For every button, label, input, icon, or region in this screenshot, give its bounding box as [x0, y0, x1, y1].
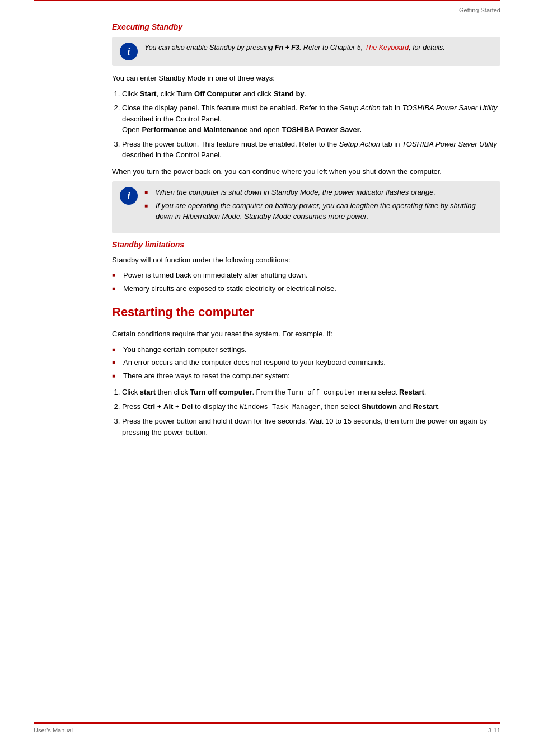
footer: User's Manual 3-11 — [0, 724, 534, 734]
restart-step-1: Click start then click Turn off computer… — [122, 387, 500, 398]
standby-step-1: Click Start, click Turn Off Computer and… — [122, 88, 500, 100]
info-after-text: . Refer to Chapter 5, — [299, 44, 365, 51]
info-note-text: You can also enable Standby by pressing — [144, 44, 275, 51]
info-icon: i — [120, 43, 138, 60]
keyboard-link[interactable]: The Keyboard — [365, 44, 409, 51]
header-label: Getting Started — [0, 4, 534, 18]
footer-left: User's Manual — [34, 727, 73, 734]
standby-limitations-title: Standby limitations — [112, 240, 500, 249]
info-box-notes-content: When the computer is shut down in Standb… — [144, 187, 493, 228]
info-box-text: You can also enable Standby by pressing … — [144, 43, 445, 53]
info-note-item-2: If you are operating the computer on bat… — [144, 200, 493, 222]
standby-intro: You can enter Standby Mode in one of thr… — [112, 73, 500, 84]
limitation-item-1: Power is turned back on immediately afte… — [112, 270, 500, 281]
restart-bullet-2: An error occurs and the computer does no… — [112, 357, 500, 368]
restarting-title: Restarting the computer — [112, 305, 500, 320]
restart-step-2: Press Ctrl + Alt + Del to display the Wi… — [122, 401, 500, 412]
info-box-keyboard: i You can also enable Standby by pressin… — [112, 37, 500, 66]
limitation-item-2: Memory circuits are exposed to static el… — [112, 283, 500, 294]
header-divider — [34, 0, 500, 4]
info-end-text: , for details. — [409, 44, 445, 51]
restart-steps: Click start then click Turn off computer… — [122, 387, 500, 438]
header-text: Getting Started — [459, 7, 500, 13]
standby-after-steps: When you turn the power back on, you can… — [112, 166, 500, 177]
standby-limitations-list: Power is turned back on immediately afte… — [112, 270, 500, 294]
standby-limitations-intro: Standby will not function under the foll… — [112, 255, 500, 266]
standby-step-2: Close the display panel. This feature mu… — [122, 102, 500, 135]
info-icon-2: i — [120, 187, 138, 205]
footer-right: 3-11 — [488, 727, 500, 734]
executing-standby-title: Executing Standby — [112, 22, 500, 31]
info-notes-list: When the computer is shut down in Standb… — [144, 187, 493, 222]
standby-steps: Click Start, click Turn Off Computer and… — [122, 88, 500, 161]
restart-bullet-1: You change certain computer settings. — [112, 344, 500, 355]
info-box-notes: i When the computer is shut down in Stan… — [112, 181, 500, 233]
standby-step-3: Press the power button. This feature mus… — [122, 139, 500, 161]
page: Getting Started Executing Standby i You … — [0, 0, 534, 756]
restarting-intro: Certain conditions require that you rese… — [112, 328, 500, 340]
restarting-bullets: You change certain computer settings. An… — [112, 344, 500, 382]
main-content: Executing Standby i You can also enable … — [0, 22, 534, 438]
restart-bullet-3: There are three ways to reset the comput… — [112, 370, 500, 382]
info-bold-text: Fn + F3 — [275, 44, 299, 51]
info-note-item-1: When the computer is shut down in Standb… — [144, 187, 493, 198]
restart-step-3: Press the power button and hold it down … — [122, 416, 500, 438]
